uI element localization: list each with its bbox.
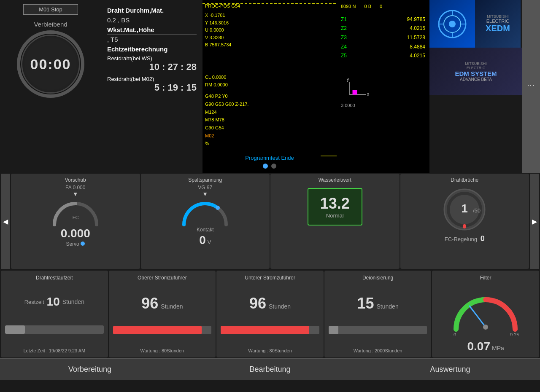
kontakt-label: Kontakt — [197, 227, 214, 233]
page-dots — [263, 164, 276, 169]
oberer-bar-fill — [113, 326, 202, 334]
deion-bar-fill — [329, 326, 338, 334]
deion-bar — [329, 326, 427, 334]
draht-circle: 1 /50 — [441, 186, 488, 233]
info-panel: Draht Durchm,Mat. 0.2 , BS Wkst.Mat.,Höh… — [101, 0, 202, 173]
unterer-value: 96 — [249, 295, 266, 312]
restdraht-m02-label: Restdraht(bei M02) — [107, 76, 197, 82]
oberer-footer: Wartung : 80Stunden — [140, 348, 184, 353]
wkst-label: Wkst.Mat.,Höhe — [107, 26, 197, 33]
vg-label: VG 97 — [198, 185, 212, 191]
restdraht-m02-value: 5 : 19 : 15 — [107, 82, 197, 93]
deion-card: Deionisierung 15 Stunden Wartung : 2000S… — [324, 271, 432, 357]
fa-label: FA 0.000 — [65, 185, 85, 191]
draht-title: Drahtbrüche — [451, 177, 478, 183]
icon-panel-blue[interactable] — [429, 0, 475, 48]
tab-auswertung[interactable]: Auswertung — [360, 359, 540, 380]
bottom-tabs: Vorbereitung Bearbeitung Auswertung — [0, 358, 540, 380]
right-coord-panel: 8093 N 0 B 0 Z194.9785 Z24.0215 Z311.572… — [337, 0, 429, 173]
prog-pos: PROG-POS G54 — [205, 3, 240, 10]
deion-unit: Stunden — [377, 303, 399, 310]
servo-label: Servo — [66, 241, 79, 247]
draht-rest-bar — [5, 325, 104, 334]
wkst-value: , T5 — [107, 36, 197, 43]
svg-text:x: x — [367, 92, 369, 97]
draht-label: Draht Durchm,Mat. — [107, 7, 197, 14]
prog-ende: Programmtest Ende — [245, 155, 294, 161]
svg-text:0: 0 — [454, 332, 456, 336]
oberer-title: Oberer Stromzuführer — [138, 275, 187, 281]
svg-rect-25 — [463, 224, 466, 228]
filter-gauge-svg: 0 0.25 — [448, 289, 524, 336]
wasser-card: Wasserleitwert 13.2 Normal — [270, 174, 400, 269]
cl-rm-block: CL 0.0000 RM 0.0000 — [205, 74, 228, 89]
dot-2[interactable] — [271, 164, 276, 169]
unterer-card: Unterer Stromzuführer 96 Stunden Wartung… — [216, 271, 324, 357]
icon-panel-xedm[interactable]: MITSUBISHI ELECTRIC XEDM — [475, 0, 521, 48]
svg-text:FC: FC — [72, 215, 78, 220]
icon-side-panels: MITSUBISHI ELECTRIC XEDM MITSUBISHI ELEC… — [429, 0, 522, 173]
oberer-value: 96 — [141, 295, 158, 312]
deion-value: 15 — [357, 295, 374, 312]
unterer-bar — [221, 326, 319, 334]
svg-text:y: y — [347, 78, 349, 82]
restdraht-ws-value: 10 : 27 : 28 — [107, 62, 197, 72]
filter-card: Filter 0 0.25 0.07 MPa — [432, 271, 539, 357]
spalt-card: Spaltspannung VG 97 ▼ Kontakt 0 V — [141, 174, 270, 269]
sidebar-handle[interactable]: ⋮ — [522, 0, 540, 173]
verbleibend-label: Verbleibend — [34, 21, 67, 28]
servo-dot — [81, 242, 85, 246]
clock-display: 00:00 — [17, 30, 84, 98]
spalt-value: 0 — [199, 234, 206, 247]
draht-card: Drahtbrüche 1 /50 FC-Regelung 0 — [400, 174, 529, 269]
oberer-unit: Stunden — [161, 303, 183, 310]
draht-rest-bar-fill — [5, 325, 25, 334]
draht-value: 0.2 , BS — [107, 16, 197, 24]
cnc-display: PROG-POS G54 X -0.1781 Y 146.3016 U 0.00… — [202, 0, 337, 173]
tab-bearbeitung[interactable]: Bearbeitung — [180, 359, 360, 380]
svg-point-21 — [216, 206, 220, 210]
coord-block: X -0.1781 Y 146.3016 U 0.0000 V 3.3280 B… — [205, 12, 231, 49]
unterer-footer: Wartung : 80Stunden — [248, 348, 292, 353]
m01-stop-button[interactable]: M01 Stop — [23, 4, 78, 15]
spalt-gauge-svg — [180, 197, 230, 227]
spalt-title: Spaltspannung — [188, 177, 222, 183]
filter-title: Filter — [480, 275, 491, 281]
svg-text:/50: /50 — [473, 207, 481, 214]
nav-right-button[interactable]: ▶ — [530, 174, 539, 269]
oberer-card: Oberer Stromzuführer 96 Stunden Wartung … — [109, 271, 216, 357]
maint-row: Drahtrestlaufzeit Restzeit 10 Stunden Le… — [0, 270, 540, 358]
dot-1[interactable] — [263, 164, 268, 169]
oberer-bar — [113, 326, 212, 334]
draht-rest-footer: Letzte Zeit : 19/08/22 9:23 AM — [23, 348, 85, 353]
deion-title: Deionisierung — [362, 275, 393, 281]
unterer-unit: Stunden — [269, 303, 291, 310]
svg-rect-12 — [353, 90, 357, 94]
unterer-title: Unterer Stromzuführer — [245, 275, 295, 281]
svg-line-28 — [470, 306, 486, 327]
svg-text:1: 1 — [461, 202, 468, 215]
svg-text:0.25: 0.25 — [510, 332, 519, 336]
restzeit-row: Restzeit 10 Stunden — [24, 295, 84, 309]
z-values: Z194.9785 Z24.0215 Z311.5728 Z48.4884 Z5… — [341, 15, 425, 61]
wasser-box: 13.2 Normal — [308, 188, 362, 226]
clock-time: 00:00 — [30, 56, 71, 72]
wasser-value: 13.2 — [313, 195, 357, 212]
icon-panel-edm[interactable]: MITSUBISHI ELECTRIC EDM SYSTEM ADVANCE B… — [429, 48, 522, 95]
gauges-row: ◀ Vorschub FA 0.000 ▼ FC 0.000 Servo Spa… — [0, 173, 540, 270]
nav-left-button[interactable]: ◀ — [1, 174, 10, 269]
vorschub-card: Vorschub FA 0.000 ▼ FC 0.000 Servo — [11, 174, 140, 269]
draht-rest-title: Drahtrestlaufzeit — [36, 275, 73, 281]
fc-regelung-label: FC-Regelung 0 — [445, 234, 485, 243]
restdraht-ws-label: Restdraht(bei WS) — [107, 55, 197, 62]
echtzeit-label: Echtzeitberechnung — [107, 46, 197, 53]
wasser-status: Normal — [313, 212, 357, 219]
filter-value: 0.07 — [467, 340, 491, 353]
gcode-block: G48 P2 Y0 G90 G53 G00 Z-217. M124 M78 M7… — [205, 92, 248, 148]
spalt-unit: V — [208, 239, 211, 245]
vorschub-value: 0.000 — [61, 227, 90, 240]
vorschub-gauge-svg: FC — [50, 197, 101, 227]
tab-vorbereitung[interactable]: Vorbereitung — [0, 359, 180, 380]
axis-indicator: x y 3.0000 — [341, 78, 375, 103]
filter-unit: MPa — [492, 345, 504, 352]
